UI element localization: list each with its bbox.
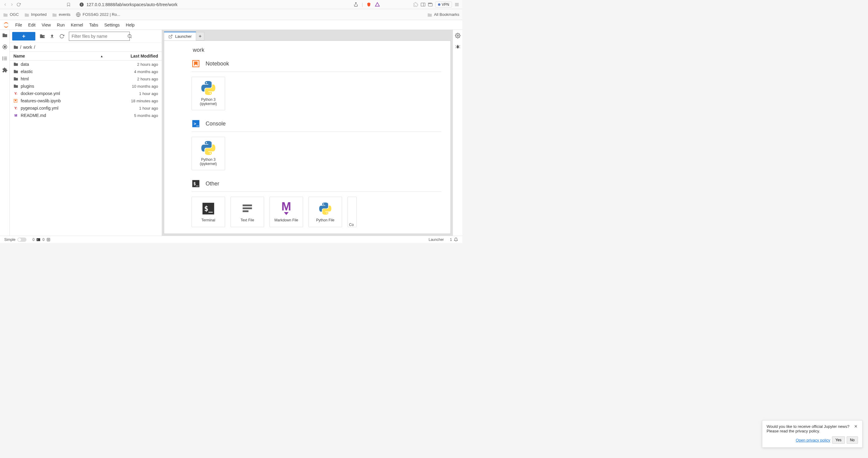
brave-rewards-icon[interactable] (375, 2, 380, 7)
file-list: data2 hours agoelastic4 months agohtml2 … (10, 61, 162, 236)
python-icon (201, 81, 215, 95)
file-modified-label: 1 hour ago (113, 106, 158, 111)
svg-rect-50 (47, 238, 50, 241)
launcher-tab[interactable]: Launcher (164, 32, 196, 40)
search-icon (127, 34, 132, 39)
file-modified-label: 2 hours ago (113, 77, 158, 81)
browser-menu-icon[interactable] (455, 2, 459, 7)
brave-shields-icon[interactable] (366, 2, 371, 7)
notebook-icon (13, 99, 18, 103)
bookmark-events[interactable]: events (52, 12, 70, 17)
extensions-tab-icon[interactable] (2, 67, 8, 73)
nav-reload-icon[interactable] (17, 2, 21, 7)
menu-file[interactable]: File (15, 23, 22, 27)
file-browser-tab-icon[interactable] (2, 32, 8, 38)
kernel-status-icon (46, 238, 51, 242)
simple-mode-toggle[interactable]: Simple (4, 238, 27, 242)
jupyter-logo-icon[interactable] (3, 22, 9, 28)
file-name-label: README.md (21, 113, 46, 118)
breadcrumb[interactable]: / work / (10, 43, 162, 52)
svg-text:$_: $_ (204, 204, 213, 212)
launcher-section-notebook: Notebook Python 3 (ipykernel) (173, 59, 441, 110)
pythonfile-card[interactable]: Python File (309, 197, 342, 227)
svg-rect-36 (243, 204, 252, 206)
status-launcher[interactable]: Launcher (429, 238, 444, 242)
notebook-section-icon (192, 59, 200, 68)
debugger-icon[interactable] (455, 44, 461, 49)
menu-run[interactable]: Run (57, 23, 65, 27)
right-rail (453, 30, 462, 236)
svg-rect-14 (4, 46, 5, 48)
all-bookmarks[interactable]: All Bookmarks (427, 12, 459, 17)
bookmark-ogc[interactable]: OGC (3, 12, 19, 17)
share-icon[interactable] (353, 2, 358, 7)
file-toolbar: + (10, 30, 162, 43)
globe-icon (76, 12, 81, 17)
yaml-icon: Y: (13, 92, 18, 95)
file-row[interactable]: html2 hours ago (10, 75, 162, 83)
svg-marker-40 (284, 212, 288, 215)
notebook-python3-card[interactable]: Python 3 (ipykernel) (192, 77, 225, 110)
wallet-icon[interactable] (428, 2, 433, 7)
menu-tabs[interactable]: Tabs (89, 23, 98, 27)
svg-point-42 (457, 45, 459, 49)
new-launcher-button[interactable] (12, 32, 35, 40)
menu-settings[interactable]: Settings (104, 23, 120, 27)
terminals-status[interactable]: 0 $ 0 (33, 238, 51, 242)
file-row[interactable]: Y:docker-compose.yml1 hour ago (10, 90, 162, 97)
file-row[interactable]: data2 hours ago (10, 61, 162, 68)
textfile-card[interactable]: Text File (230, 197, 264, 227)
toggle-switch-icon (18, 238, 27, 242)
file-row[interactable]: Y:pygeoapi.config.yml1 hour ago (10, 104, 162, 112)
file-name-label: elastic (21, 69, 33, 74)
markdown-card[interactable]: M Markdown File (270, 197, 303, 227)
site-info-icon[interactable]: i (79, 2, 84, 7)
file-list-header[interactable]: Name ▲ Last Modified (10, 52, 162, 61)
text-file-icon (240, 202, 254, 216)
bookmark-imported[interactable]: Imported (24, 12, 46, 17)
sidebar-icon[interactable] (421, 2, 426, 7)
file-row[interactable]: plugins10 months ago (10, 83, 162, 90)
vpn-badge[interactable]: VPN (435, 2, 452, 8)
card-label: Python 3 (ipykernel) (200, 157, 217, 166)
launcher-tab-icon (168, 34, 173, 39)
property-inspector-icon[interactable] (455, 33, 461, 38)
upload-icon[interactable] (49, 33, 55, 39)
file-row[interactable]: elastic4 months ago (10, 68, 162, 75)
launcher-cwd: work (173, 47, 441, 53)
filter-input[interactable] (71, 34, 125, 39)
menu-view[interactable]: View (42, 23, 51, 27)
file-modified-label: 5 months ago (113, 113, 158, 118)
add-tab-button[interactable] (196, 32, 204, 40)
extensions-icon[interactable] (413, 2, 418, 7)
url-text: 127.0.0.1:8888/lab/workspaces/auto-6/tre… (87, 2, 178, 7)
file-name-label: html (21, 77, 29, 81)
menu-kernel[interactable]: Kernel (71, 23, 83, 27)
file-name-label: plugins (21, 84, 34, 89)
svg-text:+: + (43, 35, 45, 38)
bookmark-page-icon[interactable] (66, 2, 71, 7)
running-tab-icon[interactable] (2, 44, 8, 50)
file-row[interactable]: features-owslib.ipynb18 minutes ago (10, 97, 162, 104)
bookmark-foss4g[interactable]: FOSS4G 2022 | Ro... (76, 12, 120, 17)
terminal-card[interactable]: $_ Terminal (192, 197, 225, 227)
file-row[interactable]: MREADME.md5 months ago (10, 112, 162, 119)
new-folder-icon[interactable]: + (40, 33, 45, 39)
nav-back-icon[interactable] (3, 2, 7, 7)
cutoff-card[interactable]: Co (347, 197, 356, 227)
menu-edit[interactable]: Edit (28, 23, 36, 27)
svg-line-44 (455, 46, 456, 46)
toc-tab-icon[interactable] (2, 55, 8, 62)
svg-point-18 (2, 57, 3, 58)
folder-icon (13, 69, 18, 74)
menu-help[interactable]: Help (126, 23, 135, 27)
nav-forward-icon[interactable] (10, 2, 14, 7)
console-python3-card[interactable]: Python 3 (ipykernel) (192, 137, 225, 170)
sort-ascending-icon: ▲ (100, 55, 103, 58)
status-mode[interactable]: 1 (450, 238, 458, 242)
other-section-icon: $_ (192, 179, 200, 188)
svg-line-25 (131, 37, 131, 38)
svg-text:$: $ (37, 239, 38, 241)
url-bar[interactable]: i 127.0.0.1:8888/lab/workspaces/auto-6/t… (76, 1, 348, 8)
refresh-icon[interactable] (59, 33, 65, 39)
